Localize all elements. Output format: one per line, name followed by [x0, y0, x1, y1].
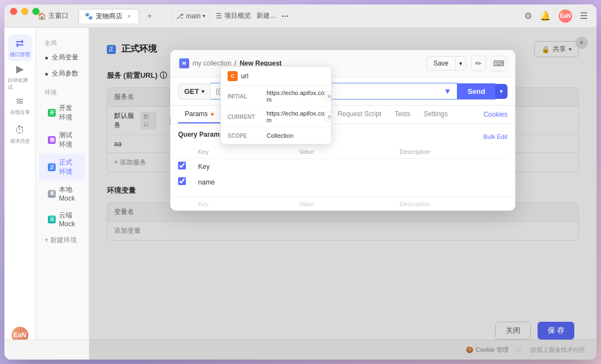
add-env-button[interactable]: + 新建环境: [36, 232, 88, 248]
modal-overlay: ≋ my collection / New Request Save ▾ ✏ ⌨: [89, 28, 597, 360]
param-check-name[interactable]: [178, 177, 186, 185]
project-overview[interactable]: ☰ 项目概览: [216, 11, 251, 21]
param-check-key[interactable]: [178, 162, 186, 169]
autocomplete-row-scope[interactable]: SCOPE Collection: [221, 127, 331, 144]
footer-desc-label: Description: [396, 200, 508, 208]
nav-env-dev[interactable]: 开 开发环境: [39, 99, 85, 126]
minimize-button[interactable]: [21, 8, 28, 15]
tab-tests[interactable]: Tests: [388, 106, 417, 123]
autocomplete-row-initial[interactable]: INITIAL https://echo.apifox.com ⎘: [221, 86, 331, 107]
initial-value: https://echo.apifox.com: [267, 89, 324, 103]
autocomplete-type-icon: C: [228, 71, 238, 81]
scope-label: SCOPE: [228, 133, 267, 139]
code-icon-button[interactable]: ⌨: [491, 56, 506, 71]
toolbar-items: ⎇ main ▾ ☰ 项目概览 新建... ···: [171, 10, 288, 22]
save-button-group: Save ▾: [426, 56, 466, 71]
tests-label: Tests: [395, 110, 410, 118]
dev-label: 开发环境: [59, 103, 76, 122]
close-button[interactable]: [10, 8, 17, 15]
settings-icon[interactable]: ⚙: [524, 11, 532, 21]
nav-env-prod[interactable]: 正 正式环境: [39, 154, 85, 181]
cloud-mock-badge: 云: [48, 216, 56, 223]
global-vars-label: 全局变量: [52, 53, 78, 62]
bulk-edit-button[interactable]: Bulk Edit: [484, 133, 508, 140]
footer-key-label: Key: [195, 200, 295, 208]
tab-request-script[interactable]: Request Script: [331, 106, 388, 123]
params-table-header: Key Value Description: [178, 147, 508, 159]
sidebar-item-history[interactable]: ⏱ 请求历史: [8, 121, 32, 148]
nav-global-section: 全局: [36, 37, 88, 49]
nav-env-test[interactable]: 测 测试环境: [39, 127, 85, 153]
check-col-header: [178, 147, 195, 156]
nav-env-cloud-mock[interactable]: 云 云端 Mock: [39, 207, 85, 232]
request-script-label: Request Script: [337, 110, 381, 118]
nav-global-vars[interactable]: ● 全局变量: [36, 49, 88, 66]
send-button-group: Send ▾: [457, 83, 508, 99]
tab-params[interactable]: Params: [178, 106, 220, 123]
global-vars-icon: ●: [45, 54, 48, 62]
project-icon: ☰: [216, 12, 222, 20]
autocomplete-row-current[interactable]: CURRENT https://echo.apifox.com ⎘: [221, 107, 331, 127]
settings-label: Settings: [423, 110, 447, 118]
autocomplete-header: C url: [221, 67, 331, 86]
param-desc-value[interactable]: [396, 166, 508, 168]
save-dropdown-arrow[interactable]: ▾: [455, 57, 466, 70]
share-label: 在线分享: [10, 109, 30, 116]
save-button-main[interactable]: Save: [427, 57, 455, 70]
param-row-key-header: Key: [178, 159, 508, 174]
share-icon: ≋: [16, 95, 24, 107]
cookies-button[interactable]: Cookies: [484, 111, 508, 118]
branch-selector[interactable]: ⎇ main ▾: [171, 10, 210, 22]
param-name-key[interactable]: name: [195, 177, 295, 187]
sidebar-item-api[interactable]: ⇄ 接口管理: [8, 34, 32, 61]
param-name-desc[interactable]: [396, 181, 508, 183]
global-params-label: 全局参数: [52, 69, 78, 78]
new-item-button[interactable]: 新建...: [257, 11, 275, 21]
tab-pet-shop[interactable]: 🐾 宠物商店 ×: [78, 9, 139, 23]
test-icon: ▶: [16, 63, 24, 75]
modal-tabs-right: Cookies: [484, 111, 508, 118]
branch-label: main: [186, 12, 200, 20]
new-label: 新建...: [257, 11, 275, 21]
edit-icon-button[interactable]: ✏: [471, 56, 486, 71]
url-dropdown-arrow: ▼: [444, 87, 451, 96]
more-actions[interactable]: ···: [281, 11, 288, 21]
user-avatar[interactable]: EaN: [559, 9, 572, 23]
notification-icon[interactable]: 🔔: [540, 11, 551, 21]
nav-panel: 全局 ● 全局变量 ● 全局参数 环境 开 开发环境 测 测试环境 正 正式环境: [36, 28, 89, 360]
initial-copy-button[interactable]: ⎘: [324, 91, 332, 101]
param-key-value[interactable]: Key: [195, 162, 295, 172]
modal-logo: ≋: [179, 58, 189, 68]
key-col-header: Key: [195, 147, 295, 156]
sidebar-item-share[interactable]: ≋ 在线分享: [8, 92, 32, 119]
dev-badge: 开: [48, 109, 56, 117]
send-button[interactable]: Send: [457, 83, 495, 99]
nav-global-params[interactable]: ● 全局参数: [36, 66, 88, 82]
maximize-button[interactable]: [32, 8, 40, 15]
nav-env-section: 环境: [36, 86, 88, 99]
method-label: GET: [184, 87, 199, 96]
test-label: 测试环境: [59, 131, 76, 149]
autocomplete-label: url: [241, 72, 248, 80]
local-mock-label: 本地 Mock: [59, 185, 76, 202]
tab-close-button[interactable]: ×: [125, 12, 133, 20]
hamburger-menu[interactable]: ☰: [580, 11, 588, 21]
params-footer: Key Value Description: [170, 197, 515, 211]
param-name-value[interactable]: [295, 181, 396, 183]
main-window: 🏠 主窗口 🐾 宠物商店 × + ⎇ main ▾ ☰ 项目概览: [4, 4, 597, 360]
current-copy-button[interactable]: ⎘: [324, 112, 332, 122]
test-badge: 测: [48, 136, 56, 144]
method-selector[interactable]: GET ▾: [178, 83, 210, 99]
param-row-name: name: [178, 174, 508, 190]
prod-badge: 正: [48, 163, 56, 171]
sidebar-item-test[interactable]: ▶ 自动化测试: [8, 63, 32, 90]
new-tab-button[interactable]: +: [144, 11, 155, 21]
param-value-value[interactable]: [295, 166, 396, 168]
send-dropdown[interactable]: ▾: [495, 84, 508, 99]
nav-env-local-mock[interactable]: 本 本地 Mock: [39, 181, 85, 206]
initial-label: INITIAL: [228, 93, 267, 99]
prod-label: 正式环境: [59, 158, 76, 177]
title-bar: 🏠 主窗口 🐾 宠物商店 × + ⎇ main ▾ ☰ 项目概览: [4, 4, 597, 28]
tab-settings[interactable]: Settings: [417, 106, 454, 123]
params-label: Params: [185, 110, 208, 118]
